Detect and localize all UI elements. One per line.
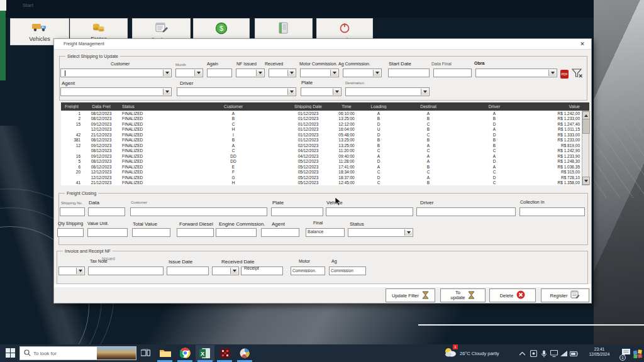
chrome-icon[interactable] (179, 347, 191, 359)
column-header[interactable]: Time (333, 104, 360, 109)
forward-diesel-input[interactable] (177, 228, 214, 237)
column-header[interactable]: Driver (460, 104, 529, 109)
table-scrollbar[interactable] (582, 111, 589, 185)
network-icon[interactable] (560, 349, 568, 358)
column-header[interactable]: Loading (360, 104, 397, 109)
chevron-down-icon[interactable] (230, 268, 238, 274)
chevron-down-icon[interactable] (163, 70, 170, 76)
closing-driver-input[interactable] (416, 207, 516, 216)
to-update-button[interactable]: Toupdate (440, 288, 486, 302)
nf-issued-combo[interactable] (236, 69, 265, 77)
column-header[interactable]: Data Fret (82, 104, 120, 109)
agent-combo[interactable] (60, 87, 172, 96)
delete-button[interactable]: Delete (489, 288, 536, 302)
month-combo[interactable] (175, 69, 203, 77)
chevron-down-icon[interactable] (330, 70, 338, 76)
chevron-down-icon[interactable] (256, 70, 264, 76)
scrollbar-thumb[interactable] (582, 119, 590, 134)
table-row[interactable]: 1609/12/2023FINALIZEDDD04/12/202309:40:0… (61, 153, 582, 159)
clear-filter-icon[interactable] (572, 69, 583, 81)
qty-shipping-input[interactable] (57, 228, 84, 237)
issued-combo[interactable] (58, 266, 85, 275)
value-unit-input[interactable] (87, 228, 128, 237)
scroll-down-icon[interactable] (582, 177, 590, 185)
closing-vehicle-input[interactable] (326, 207, 413, 216)
weather-widget[interactable]: 1 26°C Cloudy partly (444, 346, 499, 360)
chevron-down-icon[interactable] (194, 70, 202, 76)
table-row[interactable]: 4221/12/2023FINALIZEDI01/12/202305:48:00… (61, 132, 582, 138)
table-row[interactable]: 1509/12/2023FINALIZEDC01/12/202312:12:00… (61, 121, 582, 127)
excel-icon[interactable]: X (199, 347, 211, 359)
motor-commission-combo[interactable] (300, 69, 339, 77)
received-combo[interactable] (269, 69, 296, 77)
column-header[interactable]: Shipping Date (284, 104, 333, 109)
table-row[interactable]: 1209/12/2023FINALIZEDA02/12/202313:25:00… (61, 143, 582, 148)
table-row[interactable]: 2012/12/2023FINALIZEDF05/12/202318:34:00… (61, 170, 582, 175)
table-row[interactable]: 208/12/2023FINALIZEDB01/12/202313:25:00B… (61, 116, 582, 122)
chevron-down-icon[interactable] (548, 70, 556, 76)
paint-app-icon[interactable] (239, 347, 251, 359)
dialog-title-bar[interactable] (54, 39, 591, 50)
game-app-icon[interactable] (219, 347, 231, 359)
plate-combo[interactable] (301, 87, 341, 96)
closing-customer-input[interactable] (130, 207, 267, 216)
collection-in-input[interactable] (519, 207, 585, 216)
file-explorer-icon[interactable] (159, 347, 171, 359)
total-value-input[interactable] (132, 228, 170, 237)
table-row[interactable]: 108/12/2023FINALIZEDA01/12/202306:10:00A… (61, 111, 582, 116)
start-button[interactable] (4, 347, 16, 359)
tray-expand-icon[interactable] (518, 349, 526, 358)
register-button[interactable]: Register (541, 288, 589, 302)
start-date-input[interactable] (388, 69, 430, 77)
pdf-export-icon[interactable]: PDF (560, 69, 569, 82)
received-date-combo[interactable] (212, 266, 239, 275)
task-view-button[interactable] (140, 347, 152, 359)
again-input[interactable] (207, 69, 232, 77)
closing-data-input[interactable] (88, 207, 125, 216)
tray-app-icon[interactable] (530, 349, 538, 358)
chevron-down-icon[interactable] (287, 70, 295, 76)
chevron-down-icon[interactable] (76, 268, 84, 274)
widgets-icon[interactable] (631, 348, 643, 359)
chevron-down-icon[interactable] (404, 229, 412, 236)
issue-date-input[interactable] (167, 266, 209, 275)
table-row[interactable]: 508/12/2023FINALIZEDDD05/12/202311:28:00… (61, 159, 582, 165)
microphone-icon[interactable] (540, 349, 548, 358)
closing-status-combo[interactable] (348, 228, 413, 237)
obra-combo[interactable] (475, 69, 557, 77)
chevron-down-icon[interactable] (163, 89, 170, 95)
notification-center-button[interactable]: 1 (621, 348, 631, 359)
table-row[interactable]: 38108/12/2023FINALIZEDB01/12/202313:25:0… (61, 138, 582, 143)
battery-icon[interactable] (570, 349, 578, 358)
shipping-no-input[interactable] (60, 207, 85, 216)
closing-plate-input[interactable] (271, 207, 323, 216)
taskbar-search[interactable]: To look for (19, 346, 136, 360)
table-row[interactable]: 12/12/2023FINALIZEDG05/12/202318:37:00DA… (61, 175, 582, 180)
invoice-motor-combo[interactable]: Commission. (291, 266, 325, 275)
column-header[interactable]: Customer (183, 104, 284, 109)
data-final-input[interactable] (433, 69, 472, 77)
chevron-down-icon[interactable] (421, 89, 428, 95)
column-header[interactable]: Freight (61, 104, 82, 109)
driver-combo[interactable] (177, 87, 296, 96)
chevron-down-icon[interactable] (287, 89, 295, 95)
customer-combo[interactable] (60, 69, 172, 77)
table-row[interactable]: 608/12/2023FINALIZEDE05/12/202317:41:00A… (61, 164, 582, 170)
destination-combo[interactable] (345, 87, 430, 96)
display-icon[interactable] (550, 349, 558, 358)
column-header[interactable]: Status (120, 104, 183, 109)
chevron-down-icon[interactable] (373, 70, 380, 76)
ag-commission-combo[interactable] (343, 69, 382, 77)
table-row[interactable]: 12/12/2023FINALIZEDH01/12/202316:04:00UB… (61, 127, 582, 133)
update-filter-button[interactable]: Update Filter (386, 288, 435, 302)
final-balance-input[interactable]: Balance (306, 228, 345, 237)
clock[interactable]: 23:41 12/05/2024 (582, 347, 617, 357)
column-header[interactable]: Value (529, 104, 582, 109)
invoice-ag-combo[interactable]: Commission (329, 266, 366, 275)
table-row[interactable]: 4121/12/2023FINALIZEDH05/12/202312:45:00… (61, 180, 582, 186)
tax-note-input[interactable] (88, 266, 164, 275)
closing-agent-input[interactable] (261, 228, 299, 237)
engine-commission-input[interactable] (216, 228, 257, 237)
table-row[interactable]: 08/12/2023FINALIZEDC04/12/202311:20:00CC… (61, 148, 582, 154)
chevron-down-icon[interactable] (333, 89, 340, 95)
